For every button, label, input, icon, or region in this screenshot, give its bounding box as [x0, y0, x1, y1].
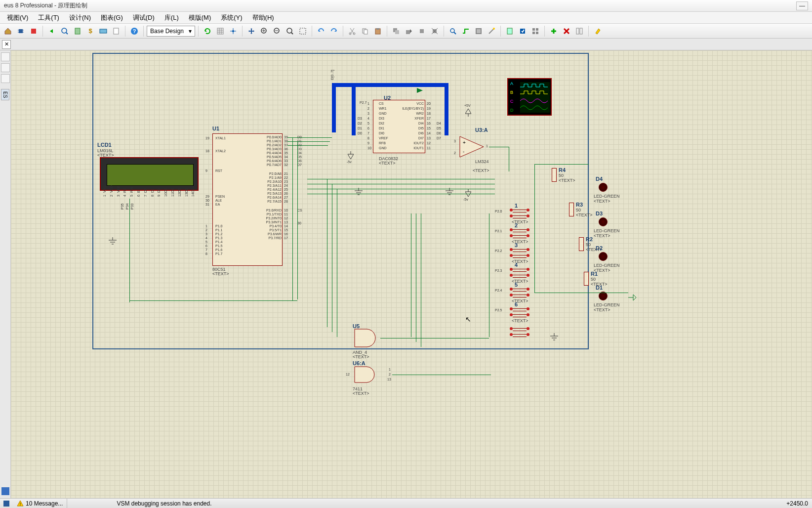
- stop-icon[interactable]: [2, 499, 11, 508]
- chip-icon[interactable]: [15, 25, 27, 37]
- signal-icon[interactable]: [97, 25, 109, 37]
- component-u3a[interactable]: +-: [458, 134, 486, 161]
- u2-pin: DI5: [400, 127, 424, 130]
- lcd-pinnum: 9: [157, 195, 161, 197]
- zoom-sheet-icon[interactable]: [59, 25, 71, 37]
- component-r4[interactable]: [552, 168, 557, 182]
- delete-icon[interactable]: [561, 25, 572, 37]
- lcd-pin: D1: [151, 188, 154, 193]
- lcd-pinnum: 10: [164, 193, 167, 197]
- component-oscilloscope[interactable]: A B C D: [507, 78, 552, 116]
- component-u5[interactable]: [353, 327, 380, 351]
- wire-tool-icon[interactable]: [460, 25, 472, 37]
- block-move-icon[interactable]: [403, 25, 415, 37]
- menu-system[interactable]: 系统(Y): [216, 12, 247, 23]
- sheet-icon[interactable]: [72, 25, 83, 37]
- zoom-area-icon[interactable]: [297, 25, 309, 37]
- lcd-ctrl: P33: [130, 204, 134, 210]
- help-icon[interactable]: ?: [128, 25, 140, 37]
- menu-debug[interactable]: 调试(D): [128, 12, 160, 23]
- menu-view[interactable]: 视图(V): [2, 12, 33, 23]
- u1-pin: XTAL2: [215, 149, 226, 153]
- highlight-icon[interactable]: [592, 25, 604, 37]
- find-icon[interactable]: [447, 25, 459, 37]
- side-tab-devices[interactable]: ES: [1, 89, 9, 100]
- u2-pinnum: 10: [367, 146, 371, 150]
- u1-pin: P0.3/AD3: [260, 147, 282, 151]
- design-dropdown[interactable]: Base Design▾: [147, 26, 195, 37]
- block-rotate-icon[interactable]: [416, 25, 428, 37]
- component-tool-icon[interactable]: [1, 63, 10, 72]
- statusbar: ! 10 Message... VSM debugging session ha…: [0, 498, 812, 508]
- zoom-fit-icon[interactable]: [284, 25, 296, 37]
- note-icon[interactable]: [110, 25, 122, 37]
- add-icon[interactable]: [548, 25, 560, 37]
- netlist-icon[interactable]: [504, 25, 516, 37]
- ground-icon: [354, 188, 364, 199]
- menu-library[interactable]: 库(L): [160, 12, 184, 23]
- erc-icon[interactable]: [517, 25, 528, 37]
- u2-pin: DI6: [400, 131, 424, 135]
- minimize-button[interactable]: —: [796, 1, 808, 10]
- copy-icon[interactable]: [359, 25, 371, 37]
- menu-tool[interactable]: 工具(T): [33, 12, 64, 23]
- u1-pin: P3.1/TXD: [260, 212, 282, 216]
- selection-tool-icon[interactable]: [1, 52, 10, 61]
- menu-help[interactable]: 帮助(H): [247, 12, 279, 23]
- status-message: VSM debugging session has ended.: [67, 500, 782, 507]
- block-delete-icon[interactable]: [429, 25, 441, 37]
- u1-pin: P2.5/A13: [260, 192, 282, 195]
- component-r2[interactable]: [579, 237, 584, 251]
- refresh-icon[interactable]: [202, 25, 213, 37]
- pcb-icon[interactable]: [28, 25, 40, 37]
- pan-icon[interactable]: [245, 25, 257, 37]
- u1-pin: P3.0/RXD: [260, 209, 282, 212]
- component-u6a[interactable]: [353, 365, 380, 386]
- paste-icon[interactable]: [372, 25, 384, 37]
- home-icon[interactable]: [2, 25, 14, 37]
- junction-tool-icon[interactable]: [1, 74, 10, 83]
- component-d2[interactable]: [599, 252, 608, 261]
- u1-pinnum: 12: [284, 216, 288, 220]
- tab-close-button[interactable]: ✕: [2, 40, 11, 49]
- component-r1[interactable]: [584, 272, 589, 286]
- net-label: D7: [437, 136, 441, 140]
- component-lcd1[interactable]: [100, 157, 199, 191]
- u1-pinnum: 2: [205, 228, 207, 232]
- origin-icon[interactable]: [227, 25, 239, 37]
- grid-icon[interactable]: [214, 25, 226, 37]
- main-area: ES LCD1 LM016L <TEXT> VSS1VDD2VEE3RS4RW5…: [0, 50, 812, 498]
- menu-template[interactable]: 模版(M): [184, 12, 216, 23]
- u1-pin: P1.1: [215, 228, 222, 232]
- zoom-out-icon[interactable]: [271, 25, 283, 37]
- bom-icon[interactable]: [529, 25, 541, 37]
- component-d4[interactable]: [599, 183, 608, 192]
- menu-graph[interactable]: 图表(G): [96, 12, 128, 23]
- net-label: D2: [358, 122, 362, 125]
- u1-pinnum: 25: [284, 188, 288, 191]
- net-label: D3: [297, 147, 302, 151]
- wand-icon[interactable]: [486, 25, 497, 37]
- redo-icon[interactable]: [328, 25, 340, 37]
- resistor-ref: R3: [576, 202, 583, 208]
- undo-icon[interactable]: [315, 25, 327, 37]
- shade-icon[interactable]: [473, 25, 485, 37]
- dollar-icon[interactable]: $: [84, 25, 96, 37]
- zoom-in-icon[interactable]: [258, 25, 270, 37]
- ground-icon: [108, 237, 118, 248]
- component-r3[interactable]: [569, 203, 574, 216]
- messages-button[interactable]: ! 10 Message...: [13, 499, 67, 508]
- schematic-canvas[interactable]: LCD1 LM016L <TEXT> VSS1VDD2VEE3RS4RW5E6D…: [11, 50, 812, 498]
- menu-design[interactable]: 设计(N): [64, 12, 96, 23]
- block-copy-icon[interactable]: [390, 25, 402, 37]
- net-label: D6: [437, 131, 441, 135]
- u6-pin12: 12: [346, 373, 350, 376]
- switch-label: 2: [515, 222, 518, 228]
- cut-icon[interactable]: [346, 25, 358, 37]
- lcd-pinnum: 4: [123, 195, 126, 197]
- component-d3[interactable]: [599, 217, 608, 226]
- u1-pin: P3.4/T0: [260, 224, 282, 228]
- group-icon[interactable]: [573, 25, 585, 37]
- u1-pinnum: 22: [284, 176, 288, 179]
- nav-back-icon[interactable]: [46, 25, 58, 37]
